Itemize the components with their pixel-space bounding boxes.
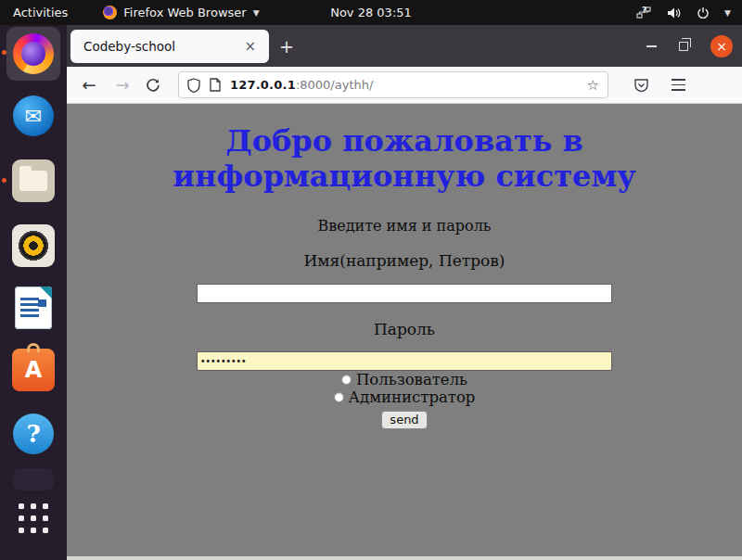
dock-item-help[interactable]: ? [11, 412, 56, 456]
rhythmbox-icon [12, 224, 55, 267]
shield-icon[interactable] [187, 78, 200, 93]
pocket-icon[interactable] [633, 78, 649, 93]
dock-item-rhythmbox[interactable] [11, 223, 56, 268]
radio-row-user[interactable]: Пользователь [67, 371, 742, 388]
chevron-down-icon: ▼ [724, 8, 731, 18]
tab-title: Codeby-school [83, 39, 175, 54]
page-content: Добро пожаловать в информационную систем… [67, 105, 742, 556]
menu-icon[interactable] [672, 79, 685, 90]
system-tray[interactable]: ? ▼ [636, 6, 742, 20]
send-button[interactable]: send [381, 411, 427, 429]
chevron-down-icon: ▼ [253, 8, 260, 18]
reload-icon[interactable] [145, 77, 161, 94]
radio-user-label: Пользователь [356, 371, 467, 388]
forward-icon: → [109, 75, 135, 95]
ubuntu-software-icon: A [12, 349, 55, 391]
url-bar[interactable]: 127.0.0.1:8000/aythh/ ☆ [178, 71, 608, 98]
dock-item-firefox[interactable] [11, 32, 56, 76]
dock-item-libreoffice-writer[interactable] [11, 286, 56, 330]
radio-user[interactable] [341, 375, 352, 385]
thunderbird-icon: ✉ [13, 95, 54, 136]
app-menu[interactable]: Firefox Web Browser ▼ [103, 6, 259, 19]
system-top-bar: Activities Firefox Web Browser ▼ Nov 28 … [0, 0, 742, 25]
intro-text: Введите имя и пароль [67, 217, 742, 235]
browser-titlebar: Codeby-school × + × [67, 25, 742, 67]
url-host: 127.0.0.1 [230, 78, 296, 92]
volume-icon [666, 6, 682, 20]
name-label: Имя(например, Петров) [67, 251, 742, 270]
close-button[interactable]: × [710, 35, 733, 57]
firefox-icon [13, 33, 54, 74]
apps-grid-icon [19, 503, 48, 533]
svg-text:?: ? [642, 6, 646, 15]
dock-item-hidden[interactable] [13, 468, 54, 490]
password-input[interactable] [197, 351, 612, 371]
navigation-toolbar: ← → 127.0.0.1:8000/aythh/ ☆ [67, 67, 742, 104]
dock-item-files[interactable] [11, 159, 56, 203]
dock: ✉ A ? [0, 25, 67, 560]
restore-button[interactable] [679, 42, 688, 51]
libreoffice-writer-icon [15, 286, 52, 329]
minimize-button[interactable] [646, 45, 657, 47]
name-input[interactable] [197, 284, 612, 303]
url-path: :8000/aythh/ [296, 78, 373, 92]
running-indicator [2, 50, 6, 55]
firefox-mini-icon [103, 6, 117, 19]
page-info-icon[interactable] [210, 78, 221, 92]
dock-item-ubuntu-software[interactable]: A [11, 348, 56, 392]
power-icon [696, 6, 710, 20]
dock-item-show-applications[interactable] [11, 496, 56, 541]
tab-close-icon[interactable]: × [240, 38, 260, 56]
help-icon: ? [13, 414, 54, 454]
dock-item-thunderbird[interactable]: ✉ [11, 94, 56, 138]
page-title: Добро пожаловать в информационную систем… [135, 123, 673, 194]
new-tab-button[interactable]: + [275, 34, 299, 58]
radio-admin-label: Администратор [349, 388, 476, 406]
network-icon: ? [636, 6, 652, 20]
window-bottom-edge [67, 556, 742, 560]
files-icon [12, 159, 55, 202]
password-label: Пароль [67, 320, 742, 338]
back-icon[interactable]: ← [76, 75, 102, 95]
radio-admin[interactable] [334, 392, 344, 402]
activities-button[interactable]: Activities [0, 0, 81, 25]
radio-row-admin[interactable]: Администратор [67, 388, 742, 406]
tab-codeby-school[interactable]: Codeby-school × [70, 30, 269, 63]
app-menu-label: Firefox Web Browser [123, 6, 246, 19]
running-indicator [2, 178, 6, 183]
window-controls: × [646, 25, 733, 67]
bookmark-star-icon[interactable]: ☆ [587, 77, 599, 94]
